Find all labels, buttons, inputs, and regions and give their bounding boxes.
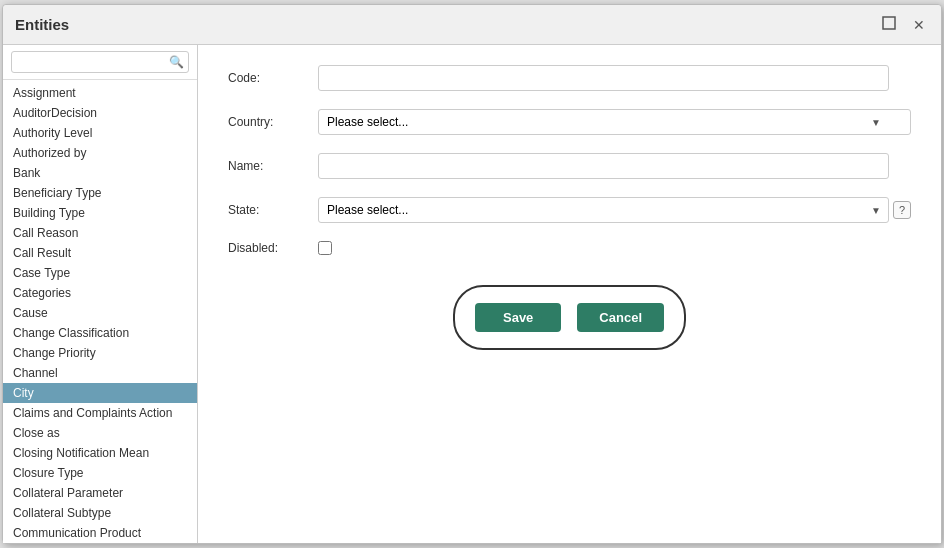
list-item[interactable]: Change Classification <box>3 323 197 343</box>
country-select[interactable]: Please select... <box>318 109 911 135</box>
button-row: Save Cancel <box>453 285 686 350</box>
name-label: Name: <box>228 159 318 173</box>
list-item[interactable]: Close as <box>3 423 197 443</box>
list-item[interactable]: City <box>3 383 197 403</box>
search-bar: 🔍 <box>3 45 197 80</box>
list-item[interactable]: Case Type <box>3 263 197 283</box>
list-item[interactable]: Call Reason <box>3 223 197 243</box>
disabled-checkbox[interactable] <box>318 241 332 255</box>
state-row: State: Please select... ▼ ? <box>228 197 911 223</box>
name-input[interactable] <box>318 153 889 179</box>
close-button[interactable]: ✕ <box>909 15 929 35</box>
expand-button[interactable] <box>877 13 901 36</box>
list-item[interactable]: Change Priority <box>3 343 197 363</box>
title-bar: Entities ✕ <box>3 5 941 45</box>
list-item[interactable]: Assignment <box>3 83 197 103</box>
list-item[interactable]: Closure Type <box>3 463 197 483</box>
code-label: Code: <box>228 71 318 85</box>
list-item[interactable]: Claims and Complaints Action <box>3 403 197 423</box>
state-help-icon[interactable]: ? <box>893 201 911 219</box>
list-item[interactable]: Categories <box>3 283 197 303</box>
disabled-row: Disabled: <box>228 241 911 255</box>
search-wrapper: 🔍 <box>11 51 189 73</box>
list-item[interactable]: Cause <box>3 303 197 323</box>
state-select[interactable]: Please select... <box>318 197 889 223</box>
list-item[interactable]: Authority Level <box>3 123 197 143</box>
list-item[interactable]: Collateral Parameter <box>3 483 197 503</box>
content-area: 🔍 Access RightsAction to FollowActionsAc… <box>3 45 941 543</box>
code-input[interactable] <box>318 65 889 91</box>
sidebar: 🔍 Access RightsAction to FollowActionsAc… <box>3 45 198 543</box>
country-label: Country: <box>228 115 318 129</box>
window-title: Entities <box>15 16 69 33</box>
list-item[interactable]: Communication Product <box>3 523 197 543</box>
list-item[interactable]: Collateral Subtype <box>3 503 197 523</box>
main-window: Entities ✕ 🔍 Access RightsAction to Foll… <box>2 4 942 544</box>
list-item[interactable]: Beneficiary Type <box>3 183 197 203</box>
state-label: State: <box>228 203 318 217</box>
country-row: Country: Please select... ▼ <box>228 109 911 135</box>
sidebar-list: Access RightsAction to FollowActionsActi… <box>3 80 197 543</box>
main-panel: Code: Country: Please select... ▼ Name: <box>198 45 941 543</box>
list-item[interactable]: AuditorDecision <box>3 103 197 123</box>
title-bar-controls: ✕ <box>877 13 929 36</box>
state-select-wrapper: Please select... ▼ ? <box>318 197 911 223</box>
list-item[interactable]: Authorized by <box>3 143 197 163</box>
save-button[interactable]: Save <box>475 303 561 332</box>
country-select-wrapper: Please select... ▼ <box>318 109 911 135</box>
code-row: Code: <box>228 65 911 91</box>
list-item[interactable]: Building Type <box>3 203 197 223</box>
name-row: Name: <box>228 153 911 179</box>
list-item[interactable]: Closing Notification Mean <box>3 443 197 463</box>
disabled-label: Disabled: <box>228 241 318 255</box>
list-item[interactable]: Channel <box>3 363 197 383</box>
list-item[interactable]: Bank <box>3 163 197 183</box>
search-input[interactable] <box>11 51 189 73</box>
cancel-button[interactable]: Cancel <box>577 303 664 332</box>
list-item[interactable]: Call Result <box>3 243 197 263</box>
